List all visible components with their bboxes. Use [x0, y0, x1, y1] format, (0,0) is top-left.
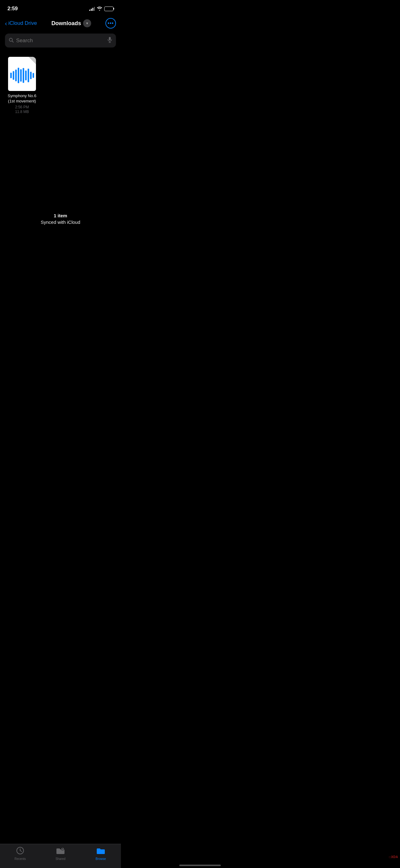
- navigation-bar: ‹ iCloud Drive Downloads ▾ •••: [0, 16, 121, 32]
- wifi-icon: [97, 6, 102, 11]
- back-button[interactable]: ‹ iCloud Drive: [5, 20, 37, 26]
- file-name: Symphony No.6(1st movement): [8, 93, 37, 104]
- search-input[interactable]: [16, 37, 105, 44]
- file-icon: [8, 57, 36, 91]
- audio-waveform-icon: [10, 68, 34, 83]
- item-count-section: 1 item Synced with iCloud: [0, 213, 121, 225]
- chevron-down-icon: ▾: [86, 22, 88, 25]
- nav-title-container: Downloads ▾: [52, 19, 91, 27]
- file-date: 2:56 PM: [15, 105, 29, 109]
- search-container: [0, 32, 121, 52]
- dropdown-button[interactable]: ▾: [83, 19, 91, 27]
- status-icons: 96: [89, 6, 113, 11]
- sync-status: Synced with iCloud: [41, 219, 80, 225]
- microphone-icon[interactable]: [107, 37, 112, 44]
- search-bar[interactable]: [5, 34, 116, 48]
- ellipsis-icon: •••: [108, 21, 114, 26]
- signal-bars-icon: [89, 6, 95, 11]
- file-item[interactable]: Symphony No.6(1st movement) 2:56 PM 11.8…: [5, 57, 39, 114]
- file-size: 11.8 MB: [15, 110, 29, 114]
- svg-line-1: [12, 41, 13, 42]
- battery-level: 96: [107, 7, 110, 10]
- search-icon: [9, 37, 14, 44]
- svg-rect-2: [109, 37, 111, 40]
- back-chevron-icon: ‹: [5, 20, 7, 26]
- page-title: Downloads: [52, 20, 81, 27]
- svg-marker-5: [29, 57, 36, 64]
- battery-icon: 96: [104, 6, 113, 11]
- more-options-button[interactable]: •••: [105, 18, 116, 29]
- back-label: iCloud Drive: [8, 20, 37, 26]
- item-count: 1 item: [54, 213, 67, 218]
- doc-corner-fold-icon: [29, 57, 36, 64]
- status-time: 2:59: [7, 6, 18, 12]
- file-grid: Symphony No.6(1st movement) 2:56 PM 11.8…: [0, 52, 121, 114]
- status-bar: 2:59 96: [0, 0, 121, 16]
